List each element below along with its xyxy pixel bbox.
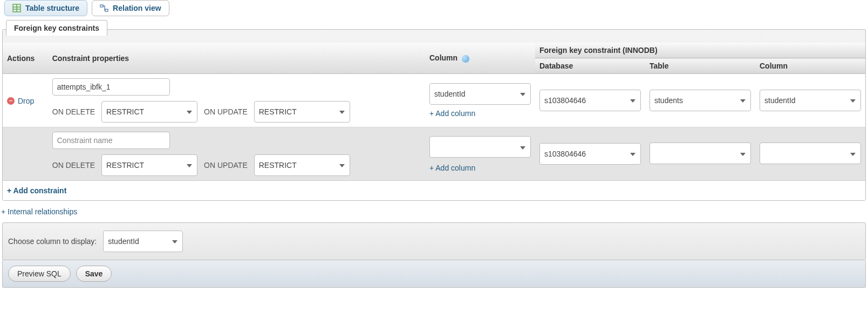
th-database: Database: [535, 58, 645, 74]
drop-link[interactable]: – Drop: [7, 97, 34, 105]
th-column-text: Column: [429, 53, 457, 62]
on-delete-label: ON DELETE: [52, 107, 95, 116]
add-column-link[interactable]: + Add column: [429, 164, 531, 172]
save-button[interactable]: Save: [76, 266, 112, 282]
svg-rect-5: [105, 9, 108, 11]
tab-table-structure[interactable]: Table structure: [4, 0, 87, 16]
relation-icon: [100, 4, 108, 12]
constraint-row: – Drop ON DELETE RESTRICT ON UPDATE: [3, 74, 865, 127]
th-actions: Actions: [3, 43, 48, 74]
column-select[interactable]: [429, 136, 531, 158]
foreign-key-section-title: Foreign key constraints: [6, 20, 107, 36]
drop-label: Drop: [18, 97, 34, 105]
foreign-key-section: Foreign key constraints Actions Constrai…: [2, 29, 866, 201]
footer-bar: Preview SQL Save: [2, 260, 866, 288]
fk-table-select[interactable]: [650, 143, 751, 164]
add-constraint-link[interactable]: + Add constraint: [7, 186, 66, 195]
tab-relation-view-label: Relation view: [113, 4, 161, 12]
th-table: Table: [645, 58, 755, 74]
add-column-link[interactable]: + Add column: [429, 109, 531, 118]
on-delete-select[interactable]: RESTRICT: [101, 154, 197, 176]
th-fk-column: Column: [755, 58, 865, 74]
tab-relation-view[interactable]: Relation view: [92, 0, 169, 16]
fk-table-select[interactable]: students: [650, 90, 751, 111]
internal-relationships-link[interactable]: + Internal relationships: [1, 207, 77, 216]
th-props: Constraint properties: [48, 43, 425, 74]
tab-table-structure-label: Table structure: [25, 4, 79, 12]
help-icon[interactable]: [462, 55, 469, 63]
fk-database-select[interactable]: s103804646: [539, 90, 641, 111]
fk-column-select[interactable]: [760, 143, 861, 164]
choose-column-panel: Choose column to display: studentId: [2, 222, 866, 260]
on-delete-label: ON DELETE: [52, 161, 95, 170]
constraint-row: ON DELETE RESTRICT ON UPDATE RESTRICT +: [3, 127, 865, 181]
svg-rect-4: [100, 5, 103, 7]
fk-column-select[interactable]: studentId: [760, 90, 861, 111]
column-select[interactable]: studentId: [429, 83, 531, 105]
on-update-select[interactable]: RESTRICT: [254, 154, 350, 176]
choose-column-label: Choose column to display:: [8, 237, 97, 246]
constraint-name-input[interactable]: [52, 78, 170, 96]
on-update-label: ON UPDATE: [204, 161, 248, 170]
on-update-label: ON UPDATE: [204, 107, 248, 116]
structure-icon: [12, 4, 21, 12]
th-fk: Foreign key constraint (INNODB): [535, 43, 865, 58]
top-tabs: Table structure Relation view: [1, 0, 867, 16]
on-delete-select[interactable]: RESTRICT: [101, 101, 197, 123]
fk-database-select[interactable]: s103804646: [539, 143, 641, 165]
on-update-select[interactable]: RESTRICT: [254, 101, 350, 123]
choose-column-select[interactable]: studentId: [103, 231, 183, 252]
preview-sql-button[interactable]: Preview SQL: [8, 266, 71, 282]
constraint-name-input[interactable]: [52, 132, 170, 149]
th-column: Column: [425, 43, 535, 74]
foreign-key-table: Actions Constraint properties Column For…: [3, 43, 865, 180]
minus-icon: –: [7, 97, 15, 105]
